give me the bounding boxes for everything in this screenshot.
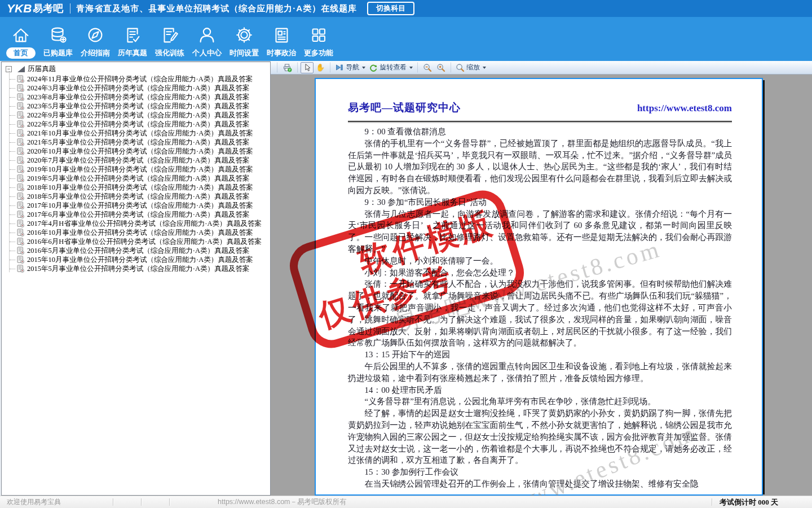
viewer-toolbar: ? ✋ 导航 旋转查看	[271, 61, 812, 75]
doc-header-url: https://www.etest8.com	[637, 103, 732, 114]
exam-paper-icon	[17, 120, 24, 128]
doc-paragraph: 在当天锦绣公园管理处召开的工作例会上，张倩向管理处提交了增设挂物架、维修有安全隐	[348, 478, 732, 490]
doc-paragraph: 张倩的手机里有一个“义务督导群”，已经被她置顶了，群里面都是她组织的志愿督导队成…	[348, 138, 732, 196]
exam-paper-icon	[17, 256, 24, 264]
app-logo-name: 易考吧	[33, 2, 63, 15]
tree-item[interactable]: 2017年4月H省事业单位公开招聘分类考试（综合应用能力·A类）真题及答案	[2, 219, 270, 228]
app-logo: YKB	[7, 2, 32, 15]
nav-item-training[interactable]: 强化训练	[151, 24, 188, 59]
tree-item[interactable]: 2022年5月事业单位公开招聘分类考试（综合应用能力·A类）真题及答案	[2, 120, 270, 129]
tree-item[interactable]: 2023年8月事业单位公开招聘分类考试（综合应用能力·A类）真题及答案	[2, 93, 270, 102]
doc-paragraph: 13：15 开始下午的巡园	[348, 349, 732, 361]
tree-item[interactable]: 2015年10月事业单位公开招聘分类考试（综合应用能力·A类）真题及答案	[2, 255, 270, 264]
pan-tool-button[interactable]: ✋	[314, 62, 327, 73]
tree-item[interactable]: 2015年5月事业单位公开招聘分类考试（综合应用能力·A类）真题及答案	[2, 264, 270, 273]
tree-root-row: − 历届真题	[2, 62, 270, 73]
doc-header-title: 易考吧—试题研究中心	[348, 100, 461, 115]
exam-paper-icon	[17, 138, 24, 146]
tree-item[interactable]: 2016年10月事业单位公开招聘分类考试（综合应用能力·A类）真题及答案	[2, 228, 270, 237]
doc-paragraph: 午后公园里的人不算多，张倩的巡园重点转向园区卫生和设备设施，看到地上有垃圾，张倩…	[348, 361, 732, 384]
doc-paragraph: 张倩：一开始确实有些人不配合，认为我没权力干涉他们，说我多管闲事。但有时候帮助他…	[348, 278, 732, 349]
tree-item[interactable]: 2021年5月事业单位公开招聘分类考试（综合应用能力·A类）真题及答案	[2, 138, 270, 147]
exam-paper-icon	[17, 192, 24, 200]
zoom-level-dropdown[interactable]: 缩放	[454, 63, 488, 72]
nav-item-past-exams[interactable]: 历年真题	[114, 24, 151, 59]
tree-item[interactable]: 2019年10月事业单位公开招聘分类考试（综合应用能力·A类）真题及答案	[2, 165, 270, 174]
tree-item[interactable]: 2018年10月事业单位公开招聘分类考试（综合应用能力·A类）真题及答案	[2, 183, 270, 192]
compass-icon	[85, 24, 106, 46]
database-add-icon	[47, 24, 69, 46]
status-copyright-text: https://www.etest8.com－易考吧版权所有	[218, 496, 347, 508]
tree-item[interactable]: 2017年6月事业单位公开招聘分类考试（综合应用能力·A类）真题及答案	[2, 210, 270, 219]
doc-paragraph: “义务督导群”里有消息说，公园北角草坪旁有市民在争吵，张倩急忙赶到现场。	[348, 396, 732, 408]
switch-subject-button[interactable]: 切换科目	[367, 2, 414, 15]
tree-item[interactable]: 2023年5月事业单位公开招聘分类考试（综合应用能力·A类）真题及答案	[2, 102, 270, 111]
exam-paper-icon	[17, 229, 24, 237]
tree-item-list: 2024年11月事业单位公开招聘分类考试（综合应用能力·A类）真题及答案 202…	[2, 75, 270, 273]
statusbar: 欢迎使用易考宝典 https://www.etest8.com－易考吧版权所有 …	[0, 496, 812, 508]
nav-label: 个人中心	[192, 47, 222, 59]
status-separator	[169, 498, 170, 506]
nav-label: 时间设置	[230, 47, 259, 59]
nav-item-more[interactable]: 更多功能	[300, 24, 337, 59]
rotate-view-dropdown[interactable]: 旋转查看	[367, 63, 414, 72]
document-edit-icon	[159, 24, 180, 46]
exam-paper-icon	[17, 211, 24, 218]
exam-paper-icon	[17, 174, 24, 182]
exam-paper-icon	[17, 75, 24, 83]
exam-paper-icon	[17, 220, 24, 227]
status-welcome-text: 欢迎使用易考宝典	[7, 496, 61, 508]
select-tool-button[interactable]	[301, 62, 314, 73]
exam-paper-icon	[17, 202, 24, 209]
gear-icon	[233, 24, 255, 46]
tree-item[interactable]: 2020年10月事业单位公开招聘分类考试（综合应用能力·A类）真题及答案	[2, 147, 270, 156]
nav-item-time-settings[interactable]: 时间设置	[226, 24, 263, 59]
printer-icon: ?	[283, 63, 292, 72]
newspaper-icon	[271, 24, 292, 46]
nav-item-purchased-banks[interactable]: 已购题库	[39, 24, 77, 59]
nav-item-profile[interactable]: 个人中心	[188, 24, 226, 59]
toolbar-separator	[417, 63, 418, 72]
doc-paragraph: 9：00 查看微信群消息	[348, 126, 732, 138]
toolbar-grip	[277, 63, 277, 72]
doc-paragraph: 经了解，事情的起因是赵女士遛狗没拴绳，吓哭了黄奶奶家的小孙女，黄奶奶踢了狗一脚，…	[348, 408, 732, 466]
tree-item[interactable]: 2024年11月事业单位公开招聘分类考试（综合应用能力·A类）真题及答案	[2, 75, 270, 84]
nav-label: 首页	[6, 47, 36, 59]
nav-label: 历年真题	[118, 47, 147, 59]
tree-item[interactable]: 2018年5月事业单位公开招聘分类考试（综合应用能力·A类）真题及答案	[2, 192, 270, 201]
doc-paragraph: 中午休息时，小刘和张倩聊了一会。	[348, 255, 732, 267]
user-icon	[196, 24, 218, 46]
tree-item[interactable]: 2024年3月事业单位公开招聘分类考试（综合应用能力·A类）真题及答案	[2, 84, 270, 93]
home-icon	[10, 24, 32, 46]
tree-item[interactable]: 2022年9月事业单位公开招聘分类考试（综合应用能力·A类）真题及答案	[2, 111, 270, 120]
toolbar-separator	[451, 63, 451, 72]
tree-item[interactable]: 2016年5月事业单位公开招聘分类考试（综合应用能力·A类）真题及答案	[2, 246, 270, 255]
exam-paper-icon	[17, 93, 24, 101]
exam-tree-panel: − 历届真题 2024年11月事业单位公开招聘分类考试（综合应用能力·A类）真题…	[1, 62, 271, 496]
exam-paper-icon	[17, 265, 24, 273]
nav-label: 时事政治	[267, 47, 296, 59]
navigate-dropdown[interactable]: 导航	[333, 63, 367, 72]
nav-label: 强化训练	[155, 47, 184, 59]
tree-item[interactable]: 2016年6月H省事业单位公开招聘分类考试（综合应用能力·A类）真题及答案	[2, 237, 270, 246]
nav-item-guide[interactable]: 介绍指南	[77, 24, 114, 59]
navigate-icon	[335, 63, 344, 72]
exam-countdown: 考试倒计时 000 天	[720, 496, 778, 508]
tree-item[interactable]: 2021年10月事业单位公开招聘分类考试（综合应用能力·A类）真题及答案	[2, 129, 270, 138]
doc-paragraph: 15：30 参加例行工作会议	[348, 466, 732, 478]
zoom-out-button[interactable]	[421, 62, 434, 73]
nav-item-home[interactable]: 首页	[2, 24, 39, 59]
nav-label: 更多功能	[304, 47, 333, 59]
tree-item[interactable]: 2019年5月事业单位公开招聘分类考试（综合应用能力·A类）真题及答案	[2, 174, 270, 183]
main-area: − 历届真题 2024年11月事业单位公开招聘分类考试（综合应用能力·A类）真题…	[0, 61, 812, 496]
tree-item[interactable]: 2017年10月事业单位公开招聘分类考试（综合应用能力·A类）真题及答案	[2, 201, 270, 210]
exam-paper-icon	[17, 111, 24, 119]
nav-item-current-affairs[interactable]: 时事政治	[263, 24, 300, 59]
rotate-icon	[369, 63, 378, 72]
tree-item[interactable]: 2020年7月事业单位公开招聘分类考试（综合应用能力·A类）真题及答案	[2, 156, 270, 165]
toolbar-separator	[297, 63, 298, 72]
print-button[interactable]: ?	[280, 62, 294, 73]
zoom-in-button[interactable]	[434, 62, 448, 73]
document-canvas[interactable]: 易考吧—试题研究中心 https://www.etest8.com 9：00 查…	[271, 75, 812, 496]
chevron-down-icon	[483, 67, 486, 69]
